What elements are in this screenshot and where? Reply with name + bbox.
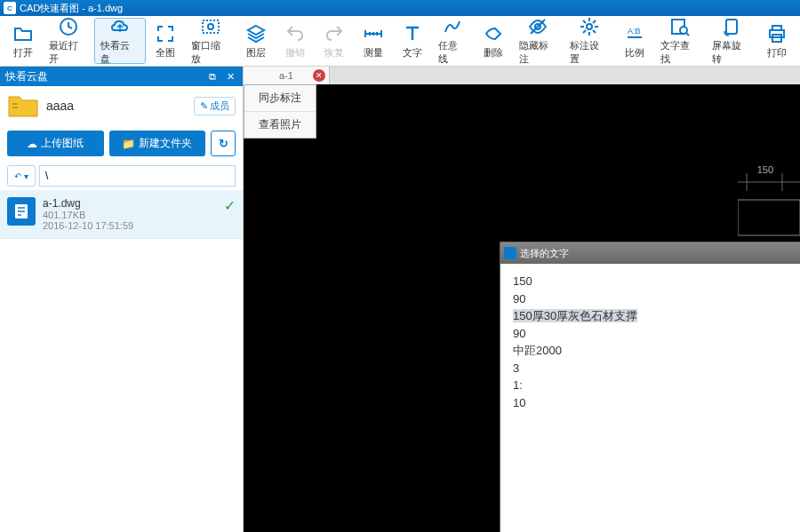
toolbar-layers-button[interactable]: 图层 bbox=[236, 18, 276, 64]
toolbar-label: 图层 bbox=[246, 46, 266, 60]
cloud-sidebar: 快看云盘 ⧉ ✕ aaaa ✎ 成员 ☁ 上传图纸 📁 bbox=[0, 67, 244, 532]
delete-icon bbox=[483, 23, 504, 44]
sidebar-close-icon[interactable]: ✕ bbox=[223, 69, 237, 83]
dwg-file-icon bbox=[7, 197, 36, 226]
toolbar-delete-button[interactable]: 删除 bbox=[474, 18, 513, 64]
toolbar-scale-button[interactable]: A:B比例 bbox=[615, 18, 654, 64]
toolbar-label: 文字 bbox=[403, 46, 422, 60]
toolbar-label: 标注设置 bbox=[570, 39, 609, 66]
main-toolbar: 打开最近打开快看云盘全图窗口缩放图层撤销恢复测量文字任意线删除隐藏标注标注设置A… bbox=[0, 16, 800, 67]
folder-name: aaaa bbox=[46, 99, 187, 113]
svg-text:A:B: A:B bbox=[628, 27, 641, 36]
toolbar-print-button[interactable]: 打印 bbox=[757, 18, 796, 64]
toolbar-label: 打开 bbox=[13, 46, 33, 60]
members-button[interactable]: ✎ 成员 bbox=[194, 97, 236, 115]
toolbar-hide-annot-button[interactable]: 隐藏标注 bbox=[513, 18, 564, 64]
action-row: ☁ 上传图纸 📁 新建文件夹 ↻ bbox=[0, 125, 243, 162]
dialog-titlebar[interactable]: 选择的文字 X bbox=[500, 242, 800, 264]
canvas-area: a-1 ✕ 同步标注 查看照片 150 1: 选择的文字 bbox=[244, 67, 800, 532]
file-item[interactable]: a-1.dwg 401.17KB 2016-12-10 17:51:59 ✓ bbox=[0, 190, 243, 239]
toolbar-label: 打印 bbox=[767, 46, 787, 60]
refresh-icon: ↻ bbox=[219, 137, 228, 150]
toolbar-cloud-button[interactable]: 快看云盘 bbox=[94, 18, 146, 64]
members-icon: ✎ bbox=[200, 100, 208, 112]
open-icon bbox=[12, 23, 34, 44]
hide-annot-icon bbox=[527, 16, 548, 37]
folder-icon bbox=[7, 91, 39, 120]
refresh-button[interactable]: ↻ bbox=[211, 131, 236, 156]
tab-close-icon[interactable]: ✕ bbox=[313, 69, 325, 82]
toolbar-fit-button[interactable]: 全图 bbox=[146, 18, 185, 64]
file-synced-icon: ✓ bbox=[224, 197, 236, 214]
undo-icon bbox=[284, 23, 306, 44]
context-view-photo[interactable]: 查看照片 bbox=[244, 112, 316, 138]
toolbar-annot-settings-button[interactable]: 标注设置 bbox=[564, 18, 615, 64]
selected-text-dialog: 选择的文字 X 15090150厚30厚灰色石材支撑90中距200031:10 … bbox=[500, 242, 800, 532]
toolbar-label: 窗口缩放 bbox=[191, 39, 230, 66]
toolbar-label: 恢复 bbox=[324, 46, 344, 60]
members-label: 成员 bbox=[210, 99, 229, 113]
text-search-icon bbox=[669, 16, 691, 37]
text-line: 150 bbox=[513, 273, 800, 290]
toolbar-text-search-button[interactable]: 文字查找 bbox=[654, 18, 706, 64]
toolbar-freeline-button[interactable]: 任意线 bbox=[432, 18, 474, 64]
svg-line-10 bbox=[686, 33, 689, 36]
dialog-title-left: 选择的文字 bbox=[504, 247, 569, 260]
redo-icon bbox=[324, 23, 345, 44]
freeline-icon bbox=[442, 16, 463, 37]
sidebar-popout-icon[interactable]: ⧉ bbox=[205, 69, 220, 83]
sidebar-header-buttons: ⧉ ✕ bbox=[205, 69, 237, 83]
text-icon bbox=[402, 23, 423, 44]
print-icon bbox=[766, 23, 788, 44]
sidebar-header: 快看云盘 ⧉ ✕ bbox=[0, 67, 243, 86]
folder-row: aaaa ✎ 成员 bbox=[0, 86, 243, 125]
cloud-icon bbox=[109, 16, 131, 37]
text-line: 90 bbox=[513, 325, 800, 343]
new-folder-label: 新建文件夹 bbox=[139, 136, 192, 151]
window-title: CAD快速看图 - a-1.dwg bbox=[20, 2, 123, 15]
context-menu: 同步标注 查看照片 bbox=[244, 84, 316, 139]
text-line: 150厚30厚灰色石材支撑 bbox=[513, 307, 800, 325]
toolbar-text-button[interactable]: 文字 bbox=[393, 18, 432, 64]
toolbar-label: 隐藏标注 bbox=[519, 39, 558, 66]
svg-point-2 bbox=[208, 24, 213, 29]
svg-rect-16 bbox=[738, 200, 800, 235]
dialog-text-content[interactable]: 15090150厚30厚灰色石材支撑90中距200031:10 bbox=[500, 264, 800, 532]
toolbar-measure-button[interactable]: 测量 bbox=[354, 18, 393, 64]
rotate-icon bbox=[721, 16, 742, 37]
upload-button[interactable]: ☁ 上传图纸 bbox=[7, 131, 104, 156]
toolbar-rotate-button[interactable]: 屏幕旋转 bbox=[706, 18, 757, 64]
text-line: 3 bbox=[513, 360, 800, 377]
toolbar-label: 全图 bbox=[156, 46, 175, 60]
toolbar-undo-button[interactable]: 撤销 bbox=[276, 18, 315, 64]
upload-icon: ☁ bbox=[27, 138, 37, 150]
new-folder-icon: 📁 bbox=[122, 138, 135, 150]
path-row: ↶ ▾ bbox=[0, 162, 243, 190]
toolbar-zoom-window-button[interactable]: 窗口缩放 bbox=[185, 18, 236, 64]
nav-back-button[interactable]: ↶ ▾ bbox=[7, 165, 36, 187]
file-date: 2016-12-10 17:51:59 bbox=[43, 220, 217, 231]
dialog-title: 选择的文字 bbox=[520, 247, 569, 260]
svg-rect-11 bbox=[726, 20, 737, 34]
toolbar-label: 快看云盘 bbox=[100, 39, 140, 66]
file-size: 401.17KB bbox=[43, 210, 217, 220]
toolbar-label: 测量 bbox=[364, 46, 383, 60]
svg-point-5 bbox=[587, 24, 592, 29]
upload-label: 上传图纸 bbox=[41, 136, 84, 151]
recent-icon bbox=[58, 16, 79, 37]
toolbar-label: 撤销 bbox=[285, 46, 305, 60]
toolbar-open-button[interactable]: 打开 bbox=[4, 18, 43, 64]
content-area: 快看云盘 ⧉ ✕ aaaa ✎ 成员 ☁ 上传图纸 📁 bbox=[0, 67, 800, 532]
sidebar-title: 快看云盘 bbox=[5, 69, 48, 84]
text-line: 10 bbox=[513, 394, 800, 412]
annot-settings-icon bbox=[579, 16, 600, 37]
toolbar-redo-button[interactable]: 恢复 bbox=[315, 18, 354, 64]
file-name: a-1.dwg bbox=[43, 197, 217, 210]
path-input[interactable] bbox=[39, 165, 236, 187]
document-tab[interactable]: a-1 ✕ bbox=[244, 67, 330, 84]
new-folder-button[interactable]: 📁 新建文件夹 bbox=[109, 131, 206, 156]
toolbar-recent-button[interactable]: 最近打开 bbox=[43, 18, 94, 64]
dialog-app-icon bbox=[504, 247, 516, 259]
context-sync-annotation[interactable]: 同步标注 bbox=[244, 85, 316, 112]
toolbar-label: 任意线 bbox=[438, 39, 468, 66]
